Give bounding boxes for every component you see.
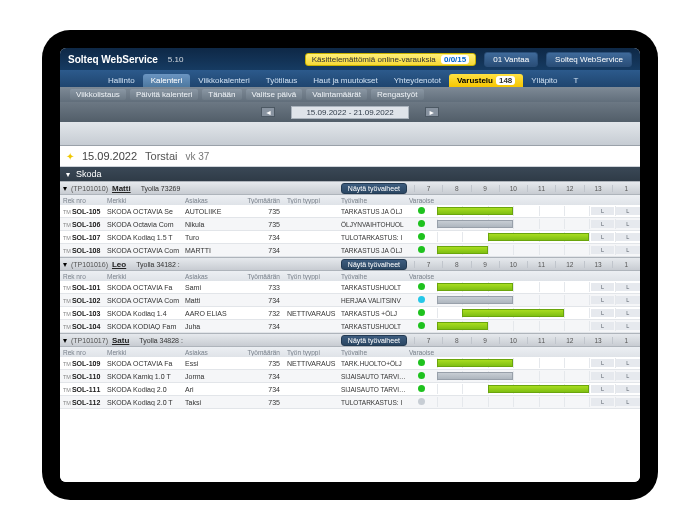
timeline-bar[interactable] bbox=[437, 322, 488, 330]
secondary-tab-viikkolistaus[interactable]: Viikkolistaus bbox=[70, 89, 126, 100]
secondary-tab-rengastyöt[interactable]: Rengastyöt bbox=[371, 89, 423, 100]
col-header-tyovaihe: Työvaihe bbox=[338, 197, 406, 204]
cell-timeline: LL bbox=[434, 282, 640, 292]
cell-workamount: 734 bbox=[244, 234, 284, 241]
timeline-bar[interactable] bbox=[437, 359, 513, 367]
lunch-marker: L bbox=[616, 246, 639, 254]
tablet-device-frame: Solteq WebService 5.10 Käsittelemättömiä… bbox=[42, 30, 658, 500]
lunch-marker: L bbox=[616, 207, 639, 215]
timeline-bar[interactable] bbox=[437, 372, 513, 380]
col-header-merkki: Merkki bbox=[104, 197, 182, 204]
location-button[interactable]: 01 Vantaa bbox=[484, 52, 538, 67]
day-date: 15.09.2022 bbox=[82, 150, 137, 162]
primary-tab-viikkokalenteri[interactable]: Viikkokalenteri bbox=[190, 74, 257, 87]
primary-tab-työtilaus[interactable]: Työtilaus bbox=[258, 74, 306, 87]
timeline-bar[interactable] bbox=[488, 233, 590, 241]
lunch-marker: L bbox=[616, 233, 639, 241]
timeline-bar[interactable] bbox=[437, 296, 513, 304]
cell-parts-status bbox=[406, 233, 434, 241]
secondary-tab-valitse-päivä[interactable]: Valitse päivä bbox=[246, 89, 303, 100]
table-row[interactable]: TMSOL-112SKODA Kodiaq 2.0 TTaksi735TULOT… bbox=[60, 396, 640, 409]
timeline-bar[interactable] bbox=[437, 246, 488, 254]
hour-cell: 12 bbox=[555, 337, 583, 344]
service-link-button[interactable]: Solteq WebService bbox=[546, 52, 632, 67]
table-row[interactable]: TMSOL-109SKODA OCTAVIA FaEssi735NETTIVAR… bbox=[60, 357, 640, 370]
mechanic-name[interactable]: Satu bbox=[112, 336, 129, 345]
cell-workphase: TARKASTUS JA ÖLJ bbox=[338, 208, 406, 215]
cell-workphase: TULOTARKASTUS: I bbox=[338, 234, 406, 241]
cell-timeline: LL bbox=[434, 397, 640, 407]
secondary-tab-päivitä-kalenteri[interactable]: Päivitä kalenteri bbox=[130, 89, 198, 100]
status-dot-icon bbox=[418, 220, 425, 227]
table-row[interactable]: TMSOL-108SKODA OCTAVIA ComMARTTI734TARKA… bbox=[60, 244, 640, 257]
show-worksteps-button[interactable]: Näytä työvaiheet bbox=[341, 183, 407, 194]
cell-timeline: LL bbox=[434, 245, 640, 255]
primary-tab-haut ja muutokset[interactable]: Haut ja muutokset bbox=[305, 74, 385, 87]
cell-make: SKODA OCTAVIA Com bbox=[104, 247, 182, 254]
primary-tab-varustelu[interactable]: Varustelu148 bbox=[449, 74, 523, 87]
day-weekday: Torstai bbox=[145, 150, 177, 162]
date-range-display[interactable]: 15.09.2022 - 21.09.2022 bbox=[291, 106, 408, 119]
primary-tab-ylläpito[interactable]: Ylläpito bbox=[523, 74, 565, 87]
brand-group-bar[interactable]: ▾ Skoda bbox=[60, 167, 640, 181]
cell-workamount: 734 bbox=[244, 373, 284, 380]
primary-tab-t[interactable]: T bbox=[566, 74, 587, 87]
secondary-tab-valintamäärät[interactable]: Valintamäärät bbox=[306, 89, 367, 100]
mechanic-workorder: Tyolla 73269 bbox=[141, 185, 181, 192]
table-row[interactable]: TMSOL-103SKODA Kodiaq 1.4AARO ELIAS732NE… bbox=[60, 307, 640, 320]
table-row[interactable]: TMSOL-102SKODA OCTAVIA ComMatti734HERJAA… bbox=[60, 294, 640, 307]
primary-tab-kalenteri[interactable]: Kalenteri bbox=[143, 74, 191, 87]
lunch-marker: L bbox=[616, 398, 639, 406]
table-row[interactable]: TMSOL-106SKODA Octavia ComNikula735ÖLJYN… bbox=[60, 218, 640, 231]
timeline-bar[interactable] bbox=[437, 220, 513, 228]
primary-tab-yhteydenotot[interactable]: Yhteydenotot bbox=[386, 74, 449, 87]
show-worksteps-button[interactable]: Näytä työvaiheet bbox=[341, 335, 407, 346]
table-row[interactable]: TMSOL-101SKODA OCTAVIA FaSami733TARKASTU… bbox=[60, 281, 640, 294]
timeline-bar[interactable] bbox=[437, 207, 513, 215]
mechanic-workorder: Tyolla 34828 : bbox=[139, 337, 183, 344]
date-next-button[interactable]: ► bbox=[425, 107, 439, 117]
cell-workamount: 734 bbox=[244, 247, 284, 254]
show-worksteps-button[interactable]: Näytä työvaiheet bbox=[341, 259, 407, 270]
table-row[interactable]: TMSOL-104SKODA KODIAQ FamJuha734TARKASTU… bbox=[60, 320, 640, 333]
hour-cell: 11 bbox=[527, 337, 555, 344]
pending-online-bookings-pill[interactable]: Käsittelemättömiä online-varauksia 0/0/1… bbox=[305, 53, 477, 66]
col-header-var: Varaoisen tila bbox=[406, 197, 434, 204]
table-row[interactable]: TMSOL-111SKODA Kodiaq 2.0Ari734SIJAISAUT… bbox=[60, 383, 640, 396]
table-row[interactable]: TMSOL-110SKODA Kamiq 1.0 TJorma734SIJAIS… bbox=[60, 370, 640, 383]
chevron-down-icon[interactable]: ▾ bbox=[63, 336, 67, 345]
cell-timeline: LL bbox=[434, 206, 640, 216]
hour-cell: 10 bbox=[499, 261, 527, 268]
lunch-marker: L bbox=[591, 322, 614, 330]
timeline-bar[interactable] bbox=[437, 283, 513, 291]
hour-cell: 12 bbox=[555, 185, 583, 192]
cell-workphase: TARKASTUSHUOLT bbox=[338, 284, 406, 291]
day-header: ✦ 15.09.2022 Torstai vk 37 bbox=[60, 146, 640, 167]
table-row[interactable]: TMSOL-107SKODA Kodiaq 1.5 TTuro734TULOTA… bbox=[60, 231, 640, 244]
cell-workamount: 734 bbox=[244, 297, 284, 304]
cell-make: SKODA Kodiaq 2.0 T bbox=[104, 399, 182, 406]
date-prev-button[interactable]: ◄ bbox=[261, 107, 275, 117]
hour-cell: 11 bbox=[527, 185, 555, 192]
cell-workphase: TARKASTUSHUOLT bbox=[338, 323, 406, 330]
cell-workamount: 733 bbox=[244, 284, 284, 291]
hour-cell: 7 bbox=[414, 185, 442, 192]
primary-tab-hallinto[interactable]: Hallinto bbox=[100, 74, 143, 87]
mechanic-name[interactable]: Matti bbox=[112, 184, 131, 193]
cell-reg-number: TMSOL-103 bbox=[60, 310, 104, 317]
timeline-bar[interactable] bbox=[488, 385, 590, 393]
col-header-var: Varaoisen tila bbox=[406, 273, 434, 280]
table-row[interactable]: TMSOL-105SKODA OCTAVIA SeAUTOLIIKE735TAR… bbox=[60, 205, 640, 218]
mechanic-name[interactable]: Leo bbox=[112, 260, 126, 269]
app-version: 5.10 bbox=[168, 55, 184, 64]
chevron-down-icon[interactable]: ▾ bbox=[63, 260, 67, 269]
mechanic-header: ▾(TP101016)LeoTyolla 34182 :Näytä työvai… bbox=[60, 257, 640, 271]
cell-make: SKODA Kodiaq 2.0 bbox=[104, 386, 182, 393]
chevron-down-icon[interactable]: ▾ bbox=[63, 184, 67, 193]
timeline-hours-header: 789101112131 bbox=[414, 185, 640, 192]
timeline-bar[interactable] bbox=[462, 309, 564, 317]
cell-make: SKODA OCTAVIA Com bbox=[104, 297, 182, 304]
secondary-tab-tänään[interactable]: Tänään bbox=[202, 89, 241, 100]
brand-label: Skoda bbox=[76, 169, 102, 179]
status-dot-icon bbox=[418, 372, 425, 379]
